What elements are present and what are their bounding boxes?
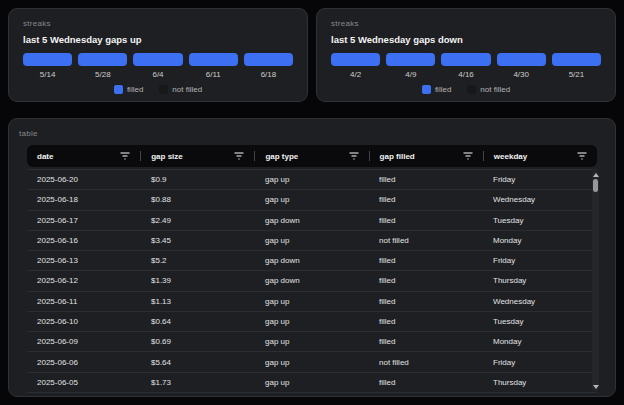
table-cell: gap down	[255, 216, 369, 225]
streak-bar-group: 4/2	[331, 53, 380, 79]
streak-title: last 5 Wednesday gaps up	[23, 34, 293, 45]
filled-swatch-icon	[422, 85, 431, 94]
table-cell: gap up	[255, 317, 369, 326]
streak-bar	[441, 53, 490, 66]
table-cell: Wednesday	[483, 195, 597, 204]
not-filled-swatch-icon	[159, 85, 168, 94]
streak-bar-group: 4/9	[386, 53, 435, 79]
column-header[interactable]: date	[27, 152, 140, 161]
streak-bar-date: 4/9	[386, 70, 435, 79]
table-cell: $5.64	[141, 358, 255, 367]
table-cell: 2025-06-09	[27, 337, 141, 346]
column-header[interactable]: gap filled	[370, 152, 483, 161]
table-cell: Thursday	[483, 276, 597, 285]
table-row[interactable]: 2025-06-05 $1.73 gap up filled Thursday	[27, 373, 597, 393]
table-rows: 2025-06-20 $0.9 gap up filled Friday 202…	[27, 169, 597, 393]
table-cell: filled	[369, 195, 483, 204]
legend-not-filled-label: not filled	[172, 85, 202, 94]
column-header-label: date	[37, 152, 53, 161]
streak-title: last 5 Wednesday gaps down	[331, 34, 601, 45]
streak-bar-group: 5/21	[552, 53, 601, 79]
table-cell: gap up	[255, 358, 369, 367]
table-cell: gap up	[255, 236, 369, 245]
legend-item-filled: filled	[114, 85, 143, 94]
table-cell: 2025-06-13	[27, 256, 141, 265]
table-row[interactable]: 2025-06-20 $0.9 gap up filled Friday	[27, 170, 597, 190]
streak-bar	[189, 53, 238, 66]
table-row[interactable]: 2025-06-12 $1.39 gap down filled Thursda…	[27, 271, 597, 291]
streak-bar-date: 6/4	[133, 70, 182, 79]
column-header[interactable]: gap size	[141, 152, 254, 161]
table-cell: 2025-06-06	[27, 358, 141, 367]
filter-icon[interactable]	[234, 152, 244, 160]
streak-bar-group: 5/28	[78, 53, 127, 79]
table-row[interactable]: 2025-06-06 $5.64 gap up not filled Frida…	[27, 352, 597, 372]
table-cell: filled	[369, 297, 483, 306]
table-cell: gap up	[255, 175, 369, 184]
filter-icon[interactable]	[120, 152, 130, 160]
column-header[interactable]: gap type	[255, 152, 368, 161]
filter-icon[interactable]	[577, 152, 587, 160]
legend-not-filled-label: not filled	[480, 85, 510, 94]
table-cell: $2.49	[141, 216, 255, 225]
table-cell: filled	[369, 175, 483, 184]
panel-label: streaks	[23, 19, 293, 28]
table-row[interactable]: 2025-06-16 $3.45 gap up not filled Monda…	[27, 231, 597, 251]
scroll-down-icon[interactable]	[593, 385, 599, 389]
table-row[interactable]: 2025-06-13 $5.2 gap down filled Friday	[27, 251, 597, 271]
table-cell: 2025-06-11	[27, 297, 141, 306]
streak-bar-group: 4/30	[497, 53, 546, 79]
streak-bar	[331, 53, 380, 66]
table-row[interactable]: 2025-06-09 $0.69 gap up filled Monday	[27, 332, 597, 352]
streak-bar-group: 5/14	[23, 53, 72, 79]
table-cell: filled	[369, 317, 483, 326]
table-cell: not filled	[369, 236, 483, 245]
table-cell: not filled	[369, 358, 483, 367]
table-panel: table date gap size gap type	[8, 118, 616, 397]
table-cell: filled	[369, 337, 483, 346]
table-cell: filled	[369, 276, 483, 285]
table-cell: 2025-06-16	[27, 236, 141, 245]
table-cell: $1.39	[141, 276, 255, 285]
table-row[interactable]: 2025-06-11 $1.13 gap up filled Wednesday	[27, 292, 597, 312]
streak-bar-date: 5/14	[23, 70, 72, 79]
table-cell: Monday	[483, 236, 597, 245]
table-row[interactable]: 2025-06-17 $2.49 gap down filled Tuesday	[27, 211, 597, 231]
streak-bar	[552, 53, 601, 66]
streak-bars: 4/2 4/9 4/16 4/30 5/21	[331, 53, 601, 79]
scrollbar[interactable]	[592, 171, 599, 391]
table-cell: Thursday	[483, 378, 597, 387]
dashboard: streaks last 5 Wednesday gaps up 5/14 5/…	[0, 0, 624, 405]
streak-bar-date: 6/11	[189, 70, 238, 79]
scroll-up-icon[interactable]	[593, 173, 599, 177]
filled-swatch-icon	[114, 85, 123, 94]
streak-bar-date: 5/28	[78, 70, 127, 79]
column-header-label: gap filled	[380, 152, 415, 161]
streak-bar	[244, 53, 293, 66]
not-filled-swatch-icon	[467, 85, 476, 94]
table-cell: Tuesday	[483, 317, 597, 326]
table-cell: 2025-06-05	[27, 378, 141, 387]
filter-icon[interactable]	[349, 152, 359, 160]
table-cell: Friday	[483, 256, 597, 265]
table-cell: filled	[369, 378, 483, 387]
legend-item-filled: filled	[422, 85, 451, 94]
table-row[interactable]: 2025-06-10 $0.64 gap up filled Tuesday	[27, 312, 597, 332]
table-cell: Friday	[483, 175, 597, 184]
streaks-row: streaks last 5 Wednesday gaps up 5/14 5/…	[8, 8, 616, 102]
table-cell: $0.64	[141, 317, 255, 326]
legend: filled not filled	[331, 85, 601, 94]
table-cell: gap down	[255, 256, 369, 265]
table-cell: 2025-06-12	[27, 276, 141, 285]
column-header-label: gap type	[265, 152, 298, 161]
filter-icon[interactable]	[463, 152, 473, 160]
streak-bar	[497, 53, 546, 66]
table-row[interactable]: 2025-06-18 $0.88 gap up filled Wednesday	[27, 190, 597, 210]
legend-item-not-filled: not filled	[159, 85, 202, 94]
streak-bars: 5/14 5/28 6/4 6/11 6/18	[23, 53, 293, 79]
column-header-label: gap size	[151, 152, 183, 161]
column-header[interactable]: weekday	[484, 152, 597, 161]
table-cell: 2025-06-17	[27, 216, 141, 225]
table-cell: Wednesday	[483, 297, 597, 306]
scrollbar-thumb[interactable]	[593, 179, 598, 192]
